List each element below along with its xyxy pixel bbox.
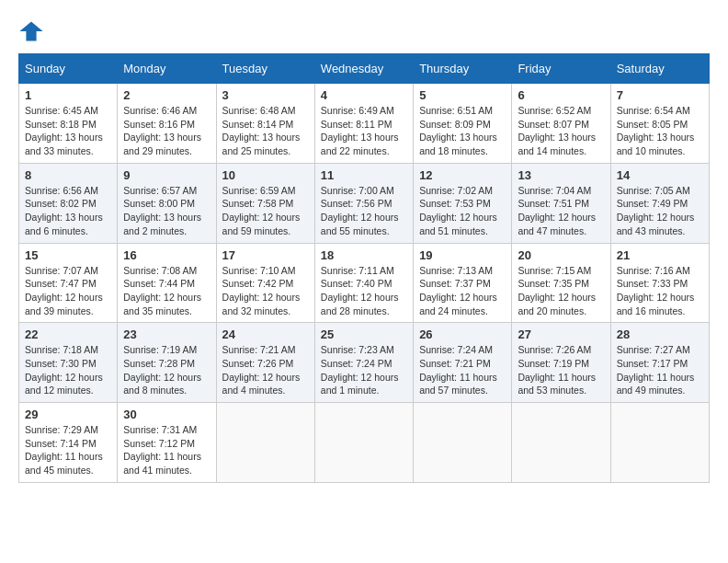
calendar-cell: 20 Sunrise: 7:15 AMSunset: 7:35 PMDaylig… [512, 243, 610, 323]
day-info: Sunrise: 7:27 AMSunset: 7:17 PMDaylight:… [617, 344, 695, 396]
day-number: 22 [25, 327, 111, 341]
day-number: 24 [222, 327, 309, 341]
day-number: 4 [321, 88, 407, 102]
calendar-cell: 2 Sunrise: 6:46 AMSunset: 8:16 PMDayligh… [118, 84, 216, 164]
day-info: Sunrise: 6:52 AMSunset: 8:07 PMDaylight:… [518, 105, 596, 156]
weekday-header: Monday [118, 54, 216, 84]
calendar-cell: 12 Sunrise: 7:02 AMSunset: 7:53 PMDaylig… [414, 163, 512, 243]
calendar-cell: 4 Sunrise: 6:49 AMSunset: 8:11 PMDayligh… [314, 84, 413, 164]
calendar-cell [216, 403, 314, 483]
weekday-header: Tuesday [216, 54, 314, 84]
day-number: 17 [222, 248, 309, 262]
day-info: Sunrise: 7:02 AMSunset: 7:53 PMDaylight:… [419, 185, 497, 236]
day-info: Sunrise: 7:10 AMSunset: 7:42 PMDaylight:… [222, 265, 301, 316]
day-number: 23 [123, 327, 210, 341]
calendar-cell: 13 Sunrise: 7:04 AMSunset: 7:51 PMDaylig… [512, 163, 610, 243]
day-info: Sunrise: 7:15 AMSunset: 7:35 PMDaylight:… [518, 265, 596, 316]
page-header [18, 18, 710, 44]
calendar-table: SundayMondayTuesdayWednesdayThursdayFrid… [18, 53, 710, 483]
calendar-cell: 1 Sunrise: 6:45 AMSunset: 8:18 PMDayligh… [19, 84, 118, 164]
calendar-cell: 28 Sunrise: 7:27 AMSunset: 7:17 PMDaylig… [610, 323, 709, 403]
day-number: 27 [518, 327, 604, 341]
weekday-header: Thursday [414, 54, 512, 84]
day-info: Sunrise: 6:56 AMSunset: 8:02 PMDaylight:… [25, 185, 103, 236]
day-info: Sunrise: 6:54 AMSunset: 8:05 PMDaylight:… [617, 105, 695, 156]
day-number: 14 [617, 168, 703, 182]
day-info: Sunrise: 7:21 AMSunset: 7:26 PMDaylight:… [222, 344, 301, 396]
calendar-cell: 22 Sunrise: 7:18 AMSunset: 7:30 PMDaylig… [19, 323, 118, 403]
day-info: Sunrise: 7:11 AMSunset: 7:40 PMDaylight:… [321, 265, 399, 316]
calendar-cell: 5 Sunrise: 6:51 AMSunset: 8:09 PMDayligh… [414, 84, 512, 164]
calendar-cell [414, 403, 512, 483]
calendar-cell [314, 403, 413, 483]
calendar-cell: 16 Sunrise: 7:08 AMSunset: 7:44 PMDaylig… [118, 243, 216, 323]
calendar-cell: 18 Sunrise: 7:11 AMSunset: 7:40 PMDaylig… [314, 243, 413, 323]
day-info: Sunrise: 7:08 AMSunset: 7:44 PMDaylight:… [123, 265, 201, 316]
day-info: Sunrise: 7:07 AMSunset: 7:47 PMDaylight:… [25, 265, 103, 316]
day-info: Sunrise: 7:31 AMSunset: 7:12 PMDaylight:… [123, 424, 201, 476]
calendar-cell: 8 Sunrise: 6:56 AMSunset: 8:02 PMDayligh… [19, 163, 118, 243]
calendar-cell: 21 Sunrise: 7:16 AMSunset: 7:33 PMDaylig… [610, 243, 709, 323]
day-number: 11 [321, 168, 407, 182]
calendar-cell: 19 Sunrise: 7:13 AMSunset: 7:37 PMDaylig… [414, 243, 512, 323]
calendar-cell: 27 Sunrise: 7:26 AMSunset: 7:19 PMDaylig… [512, 323, 610, 403]
day-number: 20 [518, 248, 604, 262]
logo-icon [18, 18, 44, 44]
day-number: 10 [222, 168, 309, 182]
day-number: 6 [518, 88, 604, 102]
day-number: 29 [25, 408, 111, 421]
calendar-cell: 25 Sunrise: 7:23 AMSunset: 7:24 PMDaylig… [314, 323, 413, 403]
day-number: 5 [419, 88, 506, 102]
weekday-header: Wednesday [314, 54, 413, 84]
day-number: 7 [617, 88, 703, 102]
day-number: 13 [518, 168, 604, 182]
calendar-cell: 30 Sunrise: 7:31 AMSunset: 7:12 PMDaylig… [118, 403, 216, 483]
day-number: 18 [321, 248, 407, 262]
calendar-body: 1 Sunrise: 6:45 AMSunset: 8:18 PMDayligh… [19, 84, 710, 483]
calendar-cell: 11 Sunrise: 7:00 AMSunset: 7:56 PMDaylig… [314, 163, 413, 243]
calendar-cell: 7 Sunrise: 6:54 AMSunset: 8:05 PMDayligh… [610, 84, 709, 164]
day-number: 25 [321, 327, 407, 341]
day-number: 30 [123, 408, 210, 421]
calendar-week-row: 8 Sunrise: 6:56 AMSunset: 8:02 PMDayligh… [19, 163, 710, 243]
calendar-cell: 10 Sunrise: 6:59 AMSunset: 7:58 PMDaylig… [216, 163, 314, 243]
calendar-header-row: SundayMondayTuesdayWednesdayThursdayFrid… [19, 54, 710, 84]
day-info: Sunrise: 6:51 AMSunset: 8:09 PMDaylight:… [419, 105, 497, 156]
day-number: 16 [123, 248, 210, 262]
day-info: Sunrise: 7:00 AMSunset: 7:56 PMDaylight:… [321, 185, 399, 236]
calendar-cell: 14 Sunrise: 7:05 AMSunset: 7:49 PMDaylig… [610, 163, 709, 243]
day-info: Sunrise: 7:29 AMSunset: 7:14 PMDaylight:… [25, 424, 103, 476]
day-number: 28 [617, 327, 703, 341]
calendar-cell: 9 Sunrise: 6:57 AMSunset: 8:00 PMDayligh… [118, 163, 216, 243]
weekday-header: Saturday [610, 54, 709, 84]
day-info: Sunrise: 7:18 AMSunset: 7:30 PMDaylight:… [25, 344, 103, 396]
calendar-cell: 29 Sunrise: 7:29 AMSunset: 7:14 PMDaylig… [19, 403, 118, 483]
day-info: Sunrise: 6:49 AMSunset: 8:11 PMDaylight:… [321, 105, 399, 156]
day-info: Sunrise: 7:04 AMSunset: 7:51 PMDaylight:… [518, 185, 596, 236]
day-number: 15 [25, 248, 111, 262]
weekday-header: Friday [512, 54, 610, 84]
calendar-cell: 15 Sunrise: 7:07 AMSunset: 7:47 PMDaylig… [19, 243, 118, 323]
day-info: Sunrise: 6:45 AMSunset: 8:18 PMDaylight:… [25, 105, 103, 156]
day-number: 21 [617, 248, 703, 262]
calendar-cell: 26 Sunrise: 7:24 AMSunset: 7:21 PMDaylig… [414, 323, 512, 403]
day-number: 8 [25, 168, 111, 182]
day-number: 1 [25, 88, 111, 102]
day-number: 9 [123, 168, 210, 182]
calendar-week-row: 29 Sunrise: 7:29 AMSunset: 7:14 PMDaylig… [19, 403, 710, 483]
day-number: 3 [222, 88, 309, 102]
day-info: Sunrise: 7:16 AMSunset: 7:33 PMDaylight:… [617, 265, 695, 316]
calendar-week-row: 1 Sunrise: 6:45 AMSunset: 8:18 PMDayligh… [19, 84, 710, 164]
day-info: Sunrise: 6:48 AMSunset: 8:14 PMDaylight:… [222, 105, 301, 156]
day-info: Sunrise: 7:26 AMSunset: 7:19 PMDaylight:… [518, 344, 596, 396]
day-info: Sunrise: 7:19 AMSunset: 7:28 PMDaylight:… [123, 344, 201, 396]
day-number: 19 [419, 248, 506, 262]
calendar-cell: 23 Sunrise: 7:19 AMSunset: 7:28 PMDaylig… [118, 323, 216, 403]
day-number: 12 [419, 168, 506, 182]
calendar-cell [610, 403, 709, 483]
day-info: Sunrise: 6:57 AMSunset: 8:00 PMDaylight:… [123, 185, 201, 236]
weekday-header: Sunday [19, 54, 118, 84]
day-number: 26 [419, 327, 506, 341]
calendar-cell: 24 Sunrise: 7:21 AMSunset: 7:26 PMDaylig… [216, 323, 314, 403]
svg-marker-0 [19, 22, 42, 41]
